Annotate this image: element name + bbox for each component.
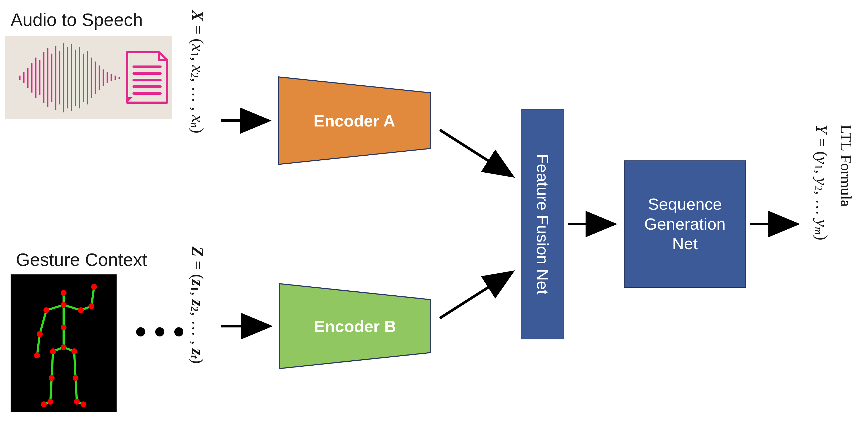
y-sequence-label: Y = (y1, y2, … ym) (812, 124, 831, 323)
svg-line-71 (440, 130, 513, 176)
encoder-b-block: Encoder B (280, 284, 431, 369)
encoder-a-block: Encoder A (278, 77, 431, 164)
y-var: Y (813, 124, 831, 134)
output-title-label: LTL Formula (837, 124, 855, 323)
svg-line-72 (440, 272, 513, 318)
feature-fusion-block: Feature Fusion Net (521, 109, 564, 339)
sequence-generation-block: Sequence Generation Net (624, 161, 746, 288)
